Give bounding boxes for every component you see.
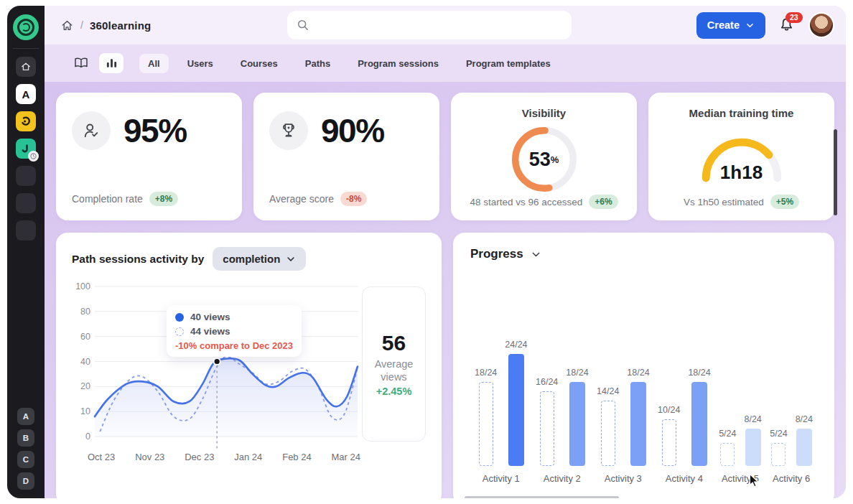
activity-category-label: Activity 4 <box>666 473 703 484</box>
completed-value-label: 18/24 <box>566 368 588 378</box>
sidebar-item-empty-1[interactable] <box>16 166 36 186</box>
y-tick-label: 0 <box>85 431 90 442</box>
search-input[interactable] <box>315 19 562 31</box>
started-bar[interactable] <box>479 382 493 466</box>
sidebar-item-empty-3[interactable] <box>16 220 36 241</box>
main-column: / 360learning Create 23 <box>45 6 846 498</box>
tooltip-previous-value: 44 views <box>190 326 230 337</box>
average-score-value: 90% <box>321 111 384 150</box>
completed-bar[interactable] <box>796 429 812 466</box>
clock-icon <box>30 153 37 159</box>
search-bar[interactable] <box>287 11 572 39</box>
x-tick-label: Feb 24 <box>282 452 311 462</box>
activity-bar-group: 5/248/24Activity 6 <box>770 414 813 484</box>
started-value-label: 5/24 <box>770 429 787 439</box>
started-bar[interactable] <box>771 443 786 467</box>
filter-tab-courses[interactable]: Courses <box>232 54 286 73</box>
sidebar-item-app-green[interactable] <box>16 139 36 159</box>
started-bar[interactable] <box>540 391 554 466</box>
filter-tab-users[interactable]: Users <box>179 54 222 73</box>
home-icon <box>20 61 32 73</box>
visibility-caption: 48 started vs 96 accessed <box>470 197 582 207</box>
x-tick-label: Jan 24 <box>234 452 262 462</box>
search-icon <box>297 19 309 32</box>
y-tick-label: 100 <box>75 281 90 291</box>
user-avatar[interactable] <box>808 12 834 38</box>
average-score-card: 90% Average score -8% <box>253 93 439 220</box>
completion-dropdown[interactable]: completion <box>213 247 306 271</box>
topbar-right-group: Create 23 <box>696 12 834 39</box>
sidebar-divider <box>13 48 39 49</box>
sidebar-item-d[interactable]: D <box>17 472 34 490</box>
visibility-title: Visibility <box>522 107 566 119</box>
breadcrumb: / 360learning <box>60 19 151 32</box>
app-frame: A ABCD / 360learning <box>7 6 846 498</box>
chevron-down-icon[interactable] <box>531 249 541 260</box>
completed-bar[interactable] <box>745 429 761 466</box>
line-chart-y-axis: 01020406080100 <box>72 286 95 437</box>
sidebar-item-app-yellow[interactable] <box>16 111 36 131</box>
sidebar-item-empty-2[interactable] <box>16 193 36 213</box>
x-tick-label: Mar 24 <box>332 452 360 462</box>
chart-tooltip: 40 views 44 views -10% compare to Dec 20… <box>167 305 302 357</box>
vertical-scrollbar[interactable] <box>834 129 837 215</box>
median-training-time-card: Median training time 1h18 Vs 1h50 estima… <box>648 93 834 220</box>
360learning-logo-icon[interactable] <box>13 14 39 40</box>
completed-bar[interactable] <box>569 382 585 466</box>
filter-tab-program-templates[interactable]: Program templates <box>457 54 559 73</box>
completed-bar[interactable] <box>508 354 524 466</box>
filter-tabs-group: AllUsersCoursesPathsProgram sessionsProg… <box>139 54 559 73</box>
create-button-label: Create <box>707 19 740 31</box>
activity-bar-group: 14/2418/24Activity 3 <box>597 368 650 484</box>
open-book-icon <box>74 57 88 70</box>
person-check-icon <box>72 111 111 150</box>
training-time-delta-badge: +5% <box>770 195 799 209</box>
filter-tab-program-sessions[interactable]: Program sessions <box>349 54 447 73</box>
started-value-label: 16/24 <box>536 377 558 387</box>
x-tick-label: Nov 23 <box>135 452 164 462</box>
chart-view-toggle[interactable] <box>99 53 123 73</box>
y-tick-label: 80 <box>80 307 90 317</box>
topbar: / 360learning Create 23 <box>45 6 846 45</box>
mouse-cursor <box>748 474 760 490</box>
started-bar[interactable] <box>601 401 615 466</box>
activity-category-label: Activity 3 <box>605 473 642 484</box>
breadcrumb-app-name[interactable]: 360learning <box>90 19 152 32</box>
stat-cards-row: 95% Completion rate +8% 90% <box>56 93 834 220</box>
progress-card: Progress 18/2424/24Activity 116/2418/24A… <box>453 233 834 498</box>
training-time-title: Median training time <box>689 107 794 119</box>
progress-bars: 18/2424/24Activity 116/2418/24Activity 2… <box>470 340 817 484</box>
notifications-button[interactable]: 23 <box>778 17 796 34</box>
home-breadcrumb-icon[interactable] <box>60 19 74 32</box>
yellow-app-icon <box>20 116 32 127</box>
sidebar-item-a[interactable]: A <box>17 408 34 425</box>
path-sessions-activity-card: Path sessions activity by completion 010… <box>56 233 442 498</box>
create-button[interactable]: Create <box>696 12 765 39</box>
started-value-label: 18/24 <box>475 368 497 378</box>
activity-bar-group: 18/2424/24Activity 1 <box>475 340 528 484</box>
started-bar[interactable] <box>662 419 676 466</box>
sidebar-item-app-a[interactable]: A <box>16 84 36 104</box>
pending-clock-badge <box>28 151 39 162</box>
current-series-dot-icon <box>175 313 184 322</box>
progress-title: Progress <box>470 247 523 261</box>
activity-bar-group: 16/2418/24Activity 2 <box>536 368 589 484</box>
average-views-label: Average views <box>375 358 414 383</box>
started-bar[interactable] <box>720 443 735 467</box>
training-time-caption: Vs 1h50 estimated <box>684 197 764 207</box>
horizontal-scrollbar[interactable] <box>465 496 619 498</box>
y-tick-label: 40 <box>80 357 90 367</box>
sidebar-item-b[interactable]: B <box>17 429 34 447</box>
sidebar-item-c[interactable]: C <box>17 451 34 468</box>
tooltip-current-value: 40 views <box>190 312 230 322</box>
filter-tab-paths[interactable]: Paths <box>297 54 339 73</box>
bar-chart-icon <box>106 57 118 69</box>
filter-tab-all[interactable]: All <box>139 54 169 73</box>
average-views-delta: +2.45% <box>376 386 412 397</box>
completed-bar[interactable] <box>691 382 707 466</box>
sidebar-item-home[interactable] <box>16 57 36 77</box>
completed-bar[interactable] <box>630 382 646 466</box>
chart-cards-row: Path sessions activity by completion 010… <box>56 233 834 498</box>
started-value-label: 10/24 <box>658 405 680 415</box>
board-view-toggle[interactable] <box>69 53 93 73</box>
